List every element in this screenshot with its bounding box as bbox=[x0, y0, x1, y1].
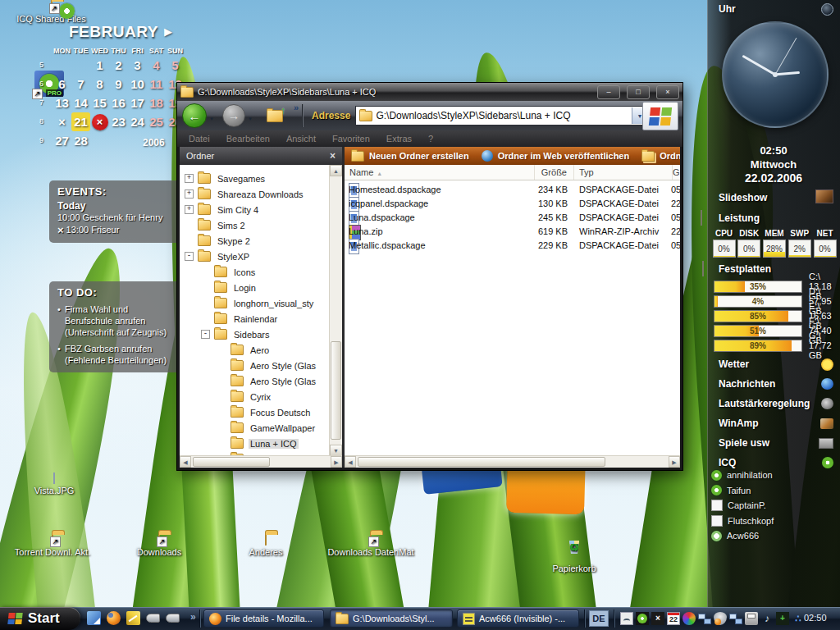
sidebar-section-label[interactable]: Nachrichten bbox=[719, 378, 775, 390]
toolbar-overflow-chevron[interactable]: » bbox=[294, 103, 299, 112]
icq-contact[interactable]: Acw666 bbox=[707, 528, 840, 544]
sidebar-section-uhr[interactable]: Uhr bbox=[719, 3, 736, 15]
file-row[interactable]: Homestead.dspackage234 KBDSPACKAGE-Datei… bbox=[345, 183, 680, 197]
drive-b-icon[interactable] bbox=[166, 614, 180, 623]
tree-item[interactable]: Skype 2 bbox=[180, 233, 330, 249]
desktop-icon-papierkorb[interactable]: ♻ Papierkorb bbox=[537, 533, 611, 573]
tray-volume-icon[interactable]: ♪ bbox=[760, 612, 774, 625]
menu-extras[interactable]: Extras bbox=[378, 134, 420, 144]
file-row[interactable]: Metallic.dspackage229 KBDSPACKAGE-Datei0… bbox=[345, 239, 680, 253]
calendar-day[interactable] bbox=[109, 131, 128, 150]
scroll-left-arrow[interactable]: ◀ bbox=[180, 456, 191, 468]
tree-item[interactable]: Rainlendar bbox=[180, 311, 330, 326]
tree-item[interactable]: Aero Style (Glas bbox=[180, 373, 330, 389]
calendar-day[interactable]: 27 bbox=[52, 131, 71, 150]
sidebar-section-label[interactable]: Wetter bbox=[719, 358, 749, 370]
tree-item[interactable]: +Savegames bbox=[180, 171, 330, 186]
calendar-next-month-button[interactable]: ▶ bbox=[164, 25, 172, 38]
icq-contact[interactable]: Flutschkopf bbox=[707, 514, 840, 529]
tree-item[interactable]: +Sim City 4 bbox=[180, 202, 330, 217]
desktop-icon-downloads-datenmat[interactable]: Downloads DatenMat bbox=[322, 535, 420, 557]
tray-shield-icon[interactable] bbox=[714, 612, 727, 625]
calendar-day[interactable] bbox=[71, 56, 90, 75]
column-header-name[interactable]: Name▲ bbox=[345, 165, 535, 180]
tree-item[interactable]: Luna + ICQ bbox=[180, 436, 330, 451]
tray-network-2-icon[interactable] bbox=[729, 612, 742, 625]
scroll-left-arrow[interactable]: ◀ bbox=[345, 456, 356, 468]
calendar-day[interactable]: 4 bbox=[147, 56, 166, 75]
sidebar-section-label[interactable]: Spiele usw bbox=[719, 437, 769, 449]
tree-item[interactable]: Sims 2 bbox=[180, 217, 330, 233]
forward-button[interactable] bbox=[222, 104, 245, 127]
maximize-button[interactable]: □ bbox=[627, 85, 650, 99]
tray-network-1-icon[interactable] bbox=[698, 612, 711, 625]
calendar-day[interactable]: 6 bbox=[52, 75, 71, 94]
sidebar-section-slideshow[interactable]: Slideshow bbox=[719, 192, 767, 203]
file-row[interactable]: Luna.zip619 KBWinRAR-ZIP-Archiv22 bbox=[345, 225, 680, 239]
tray-calendar-icon[interactable]: 22 bbox=[667, 612, 680, 625]
show-desktop-icon[interactable] bbox=[87, 611, 101, 625]
tree-item[interactable]: Focus Deutsch bbox=[180, 404, 330, 420]
tree-item[interactable]: Icons bbox=[180, 264, 330, 280]
calendar-day[interactable]: 24 bbox=[128, 112, 147, 131]
quick-launch-chevron[interactable]: » bbox=[190, 611, 196, 623]
tree-horizontal-scrollbar[interactable]: ◀ ▶ bbox=[180, 455, 342, 468]
calendar-day[interactable]: × bbox=[90, 112, 109, 131]
tree-item[interactable]: Login bbox=[180, 280, 330, 295]
folder-task-button[interactable]: Ordner im Web veröffentlichen bbox=[482, 150, 630, 162]
tree-item[interactable]: -Sidebars bbox=[180, 326, 330, 342]
tree-item[interactable]: -StyleXP bbox=[180, 249, 330, 264]
folder-task-button[interactable]: Neuen Ordner erstellen bbox=[351, 151, 469, 162]
calendar-day[interactable]: 11 bbox=[147, 75, 166, 94]
scrollbar-thumb[interactable] bbox=[331, 341, 341, 440]
address-bar[interactable]: G:\Downloads\StyleXP\Sidebars\Luna + ICQ bbox=[355, 106, 647, 126]
menu-ansicht[interactable]: Ansicht bbox=[278, 134, 324, 144]
calendar-day[interactable]: 1 bbox=[90, 56, 109, 75]
sidebar-section-label[interactable]: Lautstärkeregelung bbox=[719, 398, 810, 409]
calendar-day[interactable]: 7 bbox=[71, 75, 90, 94]
folder-task-button[interactable]: Ordner bbox=[641, 151, 680, 162]
tray-icq-icon[interactable] bbox=[636, 612, 649, 625]
calendar-day[interactable]: 23 bbox=[109, 112, 128, 131]
calendar-day[interactable]: 17 bbox=[128, 94, 147, 112]
calendar-day[interactable]: 18 bbox=[147, 94, 166, 112]
tree-item[interactable]: longhorn_visual_sty bbox=[180, 295, 330, 311]
menu-datei[interactable]: Datei bbox=[180, 134, 218, 144]
menu-favoriten[interactable]: Favoriten bbox=[324, 134, 378, 144]
calendar-day[interactable]: 13 bbox=[52, 94, 71, 112]
tree-item[interactable]: +Shareaza Downloads bbox=[180, 186, 330, 202]
forward-dropdown-icon[interactable] bbox=[248, 112, 253, 122]
folder-up-button[interactable] bbox=[262, 104, 287, 127]
folders-panel-close-icon[interactable]: × bbox=[330, 150, 336, 162]
tree-vertical-scrollbar[interactable]: ▲ ▼ bbox=[329, 165, 342, 456]
calendar-day[interactable] bbox=[52, 56, 71, 75]
tray-usb-icon[interactable]: + bbox=[776, 612, 789, 625]
desktop-icon-torrent-downloads[interactable]: Torrent Downl. Akt. bbox=[10, 535, 95, 557]
taskbar-task-button[interactable]: File details - Mozilla... bbox=[203, 609, 324, 628]
firefox-icon[interactable] bbox=[107, 611, 121, 625]
drive-a-icon[interactable] bbox=[146, 614, 160, 623]
calendar-day[interactable]: 8 bbox=[90, 75, 109, 94]
close-button[interactable]: × bbox=[656, 85, 679, 99]
tray-printer-icon[interactable] bbox=[745, 612, 758, 625]
tray-sync-icon[interactable]: ∴ bbox=[792, 612, 805, 625]
menu-[interactable]: ? bbox=[420, 134, 441, 144]
file-row[interactable]: icqpanel.dspackage130 KBDSPACKAGE-Datei2… bbox=[345, 197, 680, 211]
tray-doc-icon[interactable] bbox=[620, 612, 633, 625]
column-header-size[interactable]: Größe bbox=[535, 165, 574, 180]
back-dropdown-icon[interactable] bbox=[209, 112, 214, 122]
expand-icon[interactable]: + bbox=[185, 205, 194, 214]
tree-item[interactable]: Cyrix bbox=[180, 389, 330, 404]
tree-item[interactable]: Aero Style (Glas bbox=[180, 358, 330, 373]
minimize-button[interactable]: – bbox=[597, 85, 620, 99]
stylexp-icon[interactable] bbox=[126, 611, 140, 625]
expand-icon[interactable]: + bbox=[185, 189, 194, 199]
scrollbar-thumb[interactable] bbox=[193, 457, 270, 467]
taskbar-task-button[interactable]: Acw666 (Invisible) -... bbox=[457, 609, 579, 628]
start-button[interactable]: Start bbox=[0, 607, 80, 630]
desktop-icon-icq-shared-files[interactable]: ICQ Shared Files bbox=[8, 2, 94, 24]
collapse-icon[interactable]: - bbox=[201, 330, 210, 339]
menu-bearbeiten[interactable]: Bearbeiten bbox=[218, 134, 278, 144]
sidebar-section-festplatten[interactable]: Festplatten bbox=[719, 263, 771, 275]
desktop-icon-vista-jpg[interactable]: Vista.JPG bbox=[25, 473, 84, 495]
